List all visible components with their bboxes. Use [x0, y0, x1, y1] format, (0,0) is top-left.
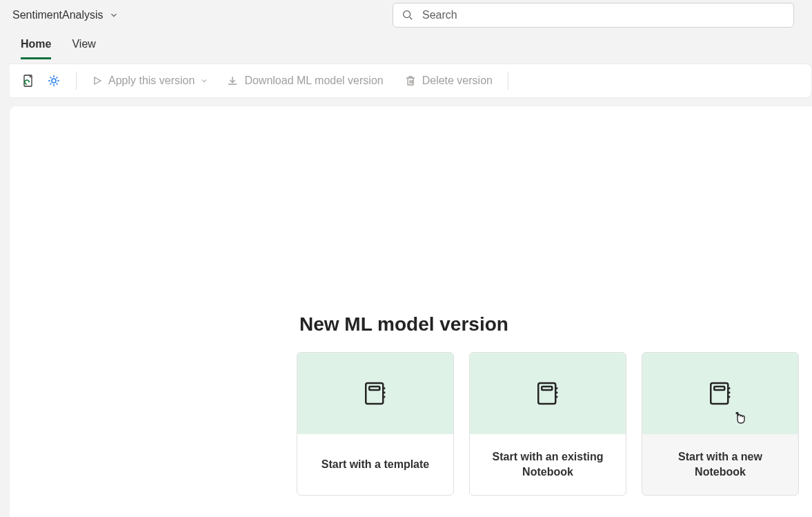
separator	[76, 72, 77, 90]
page-title-dropdown[interactable]: SentimentAnalysis	[12, 9, 119, 21]
card-illustration	[642, 353, 798, 434]
command-bar: Apply this version Download ML model ver…	[10, 64, 812, 98]
search-icon	[402, 9, 414, 21]
card-illustration	[297, 353, 453, 434]
notebook-icon	[534, 380, 562, 407]
tab-home[interactable]: Home	[21, 38, 51, 59]
play-icon	[92, 75, 103, 86]
main-canvas: New ML model version Start with a templa…	[10, 106, 812, 517]
top-bar: SentimentAnalysis	[0, 0, 812, 30]
gear-icon[interactable]	[47, 74, 61, 88]
download-version-button[interactable]: Download ML model version	[226, 75, 383, 87]
svg-rect-17	[542, 387, 552, 390]
card-row: Start with a template Start with an exis…	[297, 352, 799, 496]
trash-icon	[404, 75, 417, 87]
svg-rect-22	[714, 387, 724, 390]
search-container	[393, 3, 794, 28]
svg-rect-12	[369, 387, 379, 390]
notebook-icon	[362, 380, 389, 407]
svg-line-8	[57, 84, 58, 85]
apply-version-label: Apply this version	[108, 75, 195, 87]
section-title: New ML model version	[299, 313, 798, 335]
cursor-pointer-icon	[733, 411, 746, 427]
refresh-icon[interactable]	[22, 74, 36, 88]
card-label: Start with a new Notebook	[642, 434, 798, 495]
svg-point-2	[52, 79, 56, 83]
card-illustration	[470, 353, 626, 434]
notebook-icon	[706, 380, 734, 407]
card-label: Start with an existing Notebook	[470, 434, 626, 495]
svg-line-7	[50, 77, 52, 79]
card-start-existing-notebook[interactable]: Start with an existing Notebook	[469, 352, 626, 496]
card-start-template[interactable]: Start with a template	[297, 352, 454, 496]
chevron-down-icon	[109, 10, 119, 20]
apply-version-button[interactable]: Apply this version	[92, 75, 208, 87]
svg-line-9	[57, 77, 58, 79]
download-version-label: Download ML model version	[244, 75, 383, 87]
card-start-new-notebook[interactable]: Start with a new Notebook	[642, 352, 799, 496]
search-input[interactable]	[421, 8, 785, 22]
tab-view[interactable]: View	[72, 38, 95, 59]
svg-line-10	[50, 84, 52, 85]
svg-line-1	[410, 17, 413, 20]
page-title: SentimentAnalysis	[12, 9, 103, 21]
separator	[508, 72, 508, 90]
search-box[interactable]	[393, 3, 794, 28]
chevron-down-icon	[200, 77, 208, 85]
card-label: Start with a template	[297, 434, 453, 495]
download-icon	[226, 75, 239, 87]
delete-version-button[interactable]: Delete version	[404, 75, 493, 87]
tab-strip: Home View	[0, 30, 812, 59]
delete-version-label: Delete version	[422, 75, 493, 87]
svg-point-0	[404, 11, 410, 18]
